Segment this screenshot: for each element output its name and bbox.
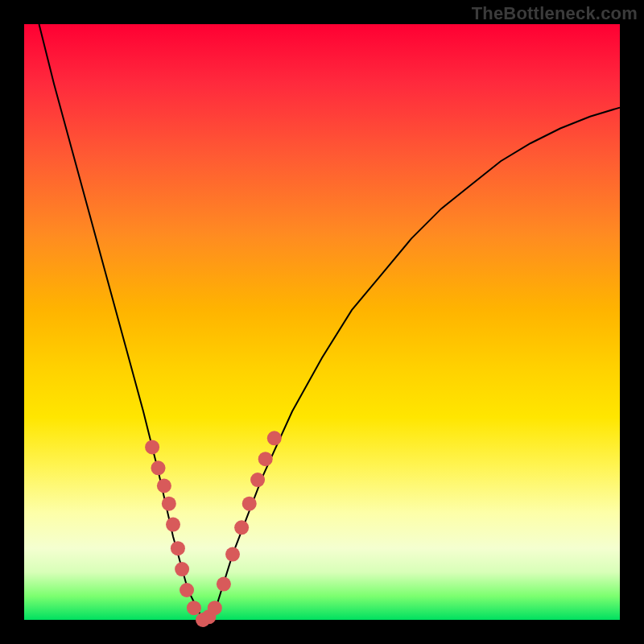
sample-dot (180, 583, 194, 597)
sample-dot (145, 440, 159, 454)
chart-svg (24, 24, 620, 620)
sample-dot (217, 577, 231, 592)
watermark-text: TheBottleneck.com (472, 3, 638, 24)
chart-stage: TheBottleneck.com (0, 0, 644, 644)
bottleneck-curve (39, 24, 621, 620)
plot-area (24, 24, 620, 620)
sample-dot (267, 431, 282, 445)
sample-dot (157, 479, 171, 493)
sample-dot (208, 601, 222, 615)
sample-dot (258, 452, 273, 466)
sample-dot (225, 547, 240, 562)
sample-dot (175, 562, 189, 576)
sample-dot (171, 541, 185, 555)
sample-dot (234, 520, 249, 535)
sample-dot (242, 497, 257, 511)
sample-dot (250, 473, 265, 487)
sample-dot (166, 518, 180, 532)
sample-dots (145, 431, 282, 627)
sample-dot (162, 497, 176, 511)
sample-dot (187, 601, 201, 615)
sample-dot (151, 460, 166, 475)
